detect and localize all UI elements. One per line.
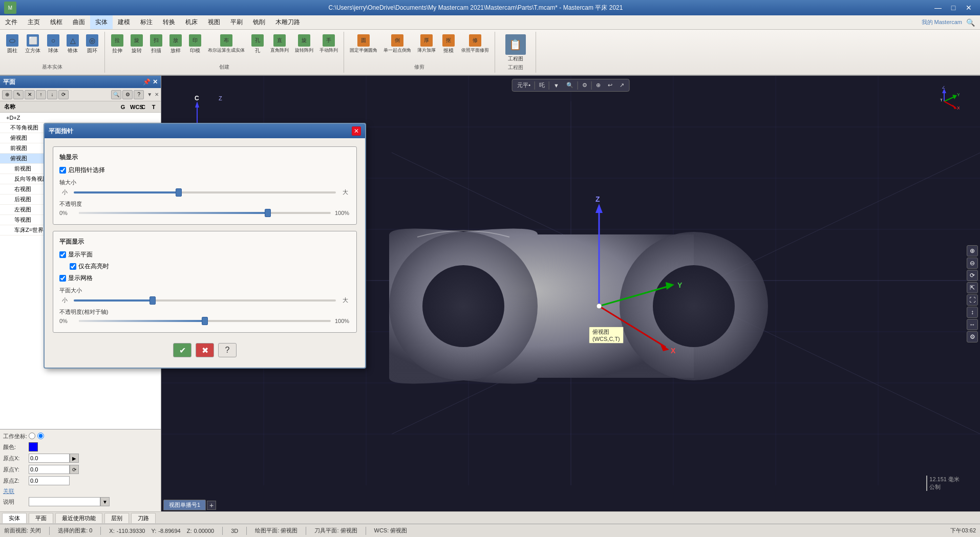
menu-annotation[interactable]: 标注 xyxy=(135,15,158,29)
vp-zoom[interactable]: 🔍 xyxy=(563,81,577,90)
ribbon-btn-torus[interactable]: ◎ 圆环 xyxy=(83,33,101,63)
enable-pointer-checkbox[interactable] xyxy=(59,167,66,174)
rt-btn-6[interactable]: ↕ xyxy=(967,307,978,318)
ribbon-btn-fillet[interactable]: 圆 固定半侧圆角 xyxy=(347,33,380,63)
dialog-ok-button[interactable]: ✔ xyxy=(173,343,191,357)
add-view-tab-button[interactable]: + xyxy=(207,501,216,510)
origin-z-input[interactable] xyxy=(29,476,70,485)
note-input[interactable] xyxy=(29,497,100,506)
menu-file[interactable]: 文件 xyxy=(0,15,23,29)
ribbon-btn-cube[interactable]: ⬜ 立方体 xyxy=(23,33,43,63)
menu-lathe[interactable]: 平刷 xyxy=(225,15,248,29)
note-expand-btn[interactable]: ▼ xyxy=(100,497,110,506)
vp-dropdown[interactable]: ▼ xyxy=(550,81,562,90)
menu-solid[interactable]: 实体 xyxy=(90,15,113,29)
view-tab-1[interactable]: 视图单播号1 xyxy=(163,500,206,510)
panel-close-x-button[interactable]: ✕ xyxy=(153,78,158,85)
menu-woodcarve[interactable]: 木雕刀路 xyxy=(270,15,305,29)
ribbon-btn-rot-array[interactable]: 旋 旋转阵列 xyxy=(292,33,316,63)
menu-surface[interactable]: 曲面 xyxy=(68,15,90,29)
vp-shading[interactable]: 吒 xyxy=(536,80,548,90)
search-button[interactable]: 🔍 xyxy=(111,90,121,99)
vp-redo[interactable]: ↗ xyxy=(616,81,627,90)
maximize-button[interactable]: □ xyxy=(946,2,961,13)
rt-btn-5[interactable]: ⛶ xyxy=(967,294,978,306)
menu-view[interactable]: 视图 xyxy=(203,15,225,29)
ribbon-btn-sweep[interactable]: 扫 扫描 xyxy=(147,33,165,63)
ribbon-btn-rect-array[interactable]: 直 直角阵列 xyxy=(268,33,291,63)
rt-btn-7[interactable]: ↔ xyxy=(967,319,978,330)
only-highlight-checkbox[interactable] xyxy=(70,263,76,270)
move-up-button[interactable]: ↑ xyxy=(36,90,46,99)
ribbon-btn-trim-plane[interactable]: 修 依照平面修剪 xyxy=(459,33,492,63)
ribbon-btn-engineering-drawing[interactable]: 📋 工程图 xyxy=(503,33,528,64)
search-icon[interactable]: 🔍 xyxy=(966,18,975,27)
rt-btn-2[interactable]: ⊖ xyxy=(967,257,978,269)
wc-radio-1[interactable] xyxy=(29,433,35,439)
panel-close-button[interactable]: ✕ xyxy=(155,92,159,97)
origin-x-btn[interactable]: ▶ xyxy=(70,454,79,463)
settings-button[interactable]: ⚙ xyxy=(122,90,133,99)
edit-plane-button[interactable]: ✎ xyxy=(13,90,24,99)
dialog-cancel-button[interactable]: ✖ xyxy=(196,343,214,357)
btab-layer[interactable]: 层别 xyxy=(104,513,129,523)
dialog-help-button[interactable]: ? xyxy=(218,343,237,357)
btab-toolpath[interactable]: 刀路 xyxy=(131,513,156,523)
ribbon-btn-extrude[interactable]: 拉 拉伸 xyxy=(108,33,126,63)
move-down-button[interactable]: ↓ xyxy=(47,90,57,99)
btab-recent[interactable]: 最近使用功能 xyxy=(55,513,102,523)
ribbon-btn-boolean[interactable]: 布 布尔运算生成实体 xyxy=(205,33,247,63)
vp-settings-1[interactable]: ⚙ xyxy=(579,81,590,90)
color-swatch[interactable] xyxy=(29,442,38,452)
loft-icon: 放 xyxy=(169,34,182,47)
menu-home[interactable]: 主页 xyxy=(23,15,45,29)
menu-transform[interactable]: 转换 xyxy=(158,15,180,29)
menu-mill[interactable]: 铣削 xyxy=(248,15,270,29)
menu-wireframe[interactable]: 线框 xyxy=(45,15,68,29)
close-button[interactable]: ✕ xyxy=(962,2,976,13)
ribbon-btn-hole[interactable]: 孔 孔 xyxy=(248,33,267,63)
vp-expand[interactable]: ⊕ xyxy=(593,81,604,90)
rt-btn-8[interactable]: ⚙ xyxy=(967,331,978,342)
ribbon-btn-cylinder[interactable]: ⬭ 圆柱 xyxy=(3,33,22,63)
btab-solid[interactable]: 实体 xyxy=(2,513,27,523)
ribbon-btn-revolve[interactable]: 旋 旋转 xyxy=(127,33,146,63)
show-plane-checkbox[interactable] xyxy=(59,251,66,258)
ribbon-btn-imprint[interactable]: 印 印模 xyxy=(186,33,204,63)
axis-size-thumb[interactable] xyxy=(176,188,182,197)
show-grid-checkbox[interactable] xyxy=(59,275,66,282)
fillet-icon: 圆 xyxy=(357,34,370,47)
link-button[interactable]: 关联 xyxy=(3,487,14,495)
help-button[interactable]: ? xyxy=(134,90,144,99)
add-plane-button[interactable]: ⊕ xyxy=(2,90,12,99)
vp-view-select[interactable]: 元平• xyxy=(514,80,534,90)
plane-opacity-thumb[interactable] xyxy=(202,317,208,325)
plane-size-thumb[interactable] xyxy=(150,296,156,305)
rt-btn-4[interactable]: ⇱ xyxy=(967,282,978,293)
menu-model[interactable]: 建模 xyxy=(113,15,135,29)
minimize-button[interactable]: — xyxy=(931,2,945,13)
wc-radio-2[interactable] xyxy=(37,433,44,439)
origin-y-input[interactable] xyxy=(29,465,70,474)
ribbon-btn-sphere[interactable]: ○ 球体 xyxy=(44,33,62,63)
origin-x-input[interactable] xyxy=(29,454,70,463)
menu-machine[interactable]: 机床 xyxy=(180,15,203,29)
ribbon-btn-draft[interactable]: 抠 抠模 xyxy=(439,33,458,63)
dialog-close-button[interactable]: ✕ xyxy=(352,126,361,136)
rt-btn-3[interactable]: ⟳ xyxy=(967,270,978,281)
svg-text:Y: Y xyxy=(677,281,683,289)
ribbon-btn-manual-array[interactable]: 手 手动阵列 xyxy=(317,33,340,63)
vp-undo[interactable]: ↩ xyxy=(605,81,615,90)
origin-y-btn[interactable]: ⟳ xyxy=(70,465,79,474)
delete-plane-button[interactable]: ✕ xyxy=(25,90,35,99)
btab-plane[interactable]: 平面 xyxy=(29,513,53,523)
ribbon-btn-cone[interactable]: △ 锥体 xyxy=(63,33,82,63)
refresh-button[interactable]: ⟳ xyxy=(58,90,69,99)
opacity-thumb[interactable] xyxy=(265,209,271,217)
rt-btn-1[interactable]: ⊕ xyxy=(967,245,978,256)
plane-row-plusdz[interactable]: +D+Z xyxy=(0,113,161,123)
ribbon-btn-loft[interactable]: 放 放样 xyxy=(166,33,185,63)
ribbon-btn-thicken[interactable]: 厚 薄片加厚 xyxy=(415,33,438,63)
ribbon-btn-chamfer[interactable]: 倒 单一起点倒角 xyxy=(381,33,414,63)
panel-pin-button[interactable]: 📌 xyxy=(143,78,151,85)
